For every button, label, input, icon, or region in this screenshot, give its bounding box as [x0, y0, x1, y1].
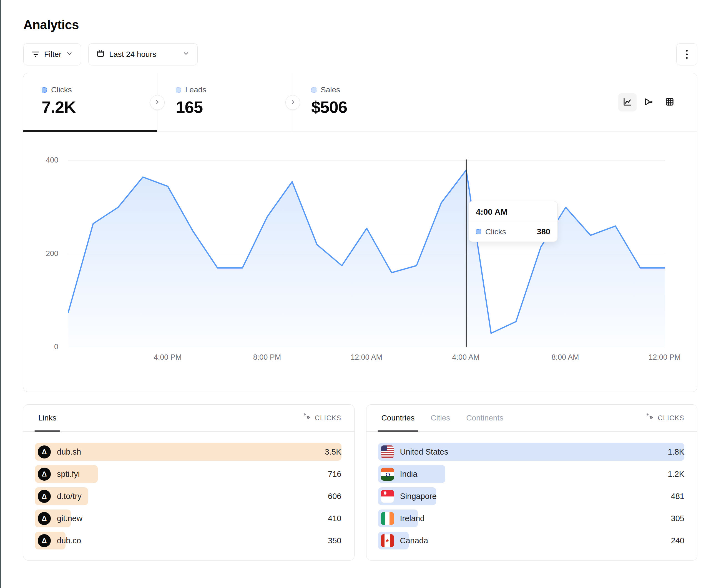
dub-logo-icon [38, 490, 51, 503]
country-row[interactable]: India 1.2K [378, 465, 685, 483]
analytics-chart-card: Clicks 7.2K Leads 165 Sales $506 [23, 73, 697, 392]
tab-continents[interactable]: Continents [462, 405, 507, 431]
dub-logo-icon [38, 534, 51, 547]
filter-button-label: Filter [44, 50, 61, 59]
page-title: Analytics [23, 17, 711, 32]
dub-logo-icon [38, 446, 51, 458]
links-panel-header: Links CLICKS [23, 405, 354, 432]
funnel-view-button[interactable] [639, 93, 658, 112]
window-left-edge [0, 0, 1, 588]
tab-links[interactable]: Links [35, 405, 60, 431]
link-clicks-value: 716 [328, 470, 341, 479]
sales-legend-square-icon [311, 87, 317, 93]
link-label: dub.co [57, 536, 81, 545]
country-clicks-value: 1.8K [668, 447, 684, 456]
country-clicks-value: 240 [671, 536, 684, 545]
country-clicks-value: 305 [671, 514, 684, 523]
countries-tab-label: Countries [382, 413, 415, 423]
countries-metric-label: CLICKS [658, 414, 684, 422]
link-row[interactable]: dub.sh 3.5K [35, 443, 342, 461]
country-row[interactable]: United States 1.8K [378, 443, 685, 461]
leads-legend-square-icon [176, 87, 181, 93]
y-axis-tick: 400 [46, 156, 58, 164]
countries-panel-header: Countries Cities Continents CLICKS [366, 405, 697, 432]
link-clicks-value: 410 [328, 514, 341, 523]
chart-view-switcher [618, 93, 697, 112]
x-axis-tick: 4:00 AM [452, 353, 479, 362]
sales-tab-label: Sales [321, 86, 340, 94]
clicks-tab-label: Clicks [51, 86, 72, 94]
x-axis-tick: 12:00 PM [649, 353, 681, 362]
tab-leads[interactable]: Leads 165 [157, 73, 293, 131]
link-label: dub.sh [57, 447, 81, 456]
link-label: git.new [57, 514, 83, 523]
date-range-label: Last 24 hours [109, 50, 156, 59]
line-chart-view-button[interactable] [618, 93, 637, 112]
links-panel: Links CLICKS dub.sh 3.5K [23, 404, 354, 561]
tooltip-series-label: Clicks [485, 227, 506, 236]
india-flag-icon [381, 468, 394, 481]
chevron-down-icon [66, 50, 73, 59]
x-axis-tick: 4:00 PM [154, 353, 182, 362]
cities-tab-label: Cities [431, 413, 450, 423]
tab-countries[interactable]: Countries [378, 405, 419, 431]
tooltip-time: 4:00 AM [469, 201, 558, 222]
link-clicks-value: 350 [328, 536, 341, 545]
countries-rows: United States 1.8K India 1.2K Singapore … [366, 432, 697, 549]
link-row[interactable]: d.to/try 606 [35, 487, 342, 505]
link-row[interactable]: dub.co 350 [35, 532, 342, 549]
ireland-flag-icon [381, 512, 394, 525]
country-label: Ireland [400, 514, 425, 523]
breakdown-panels: Links CLICKS dub.sh 3.5K [23, 404, 697, 561]
cursor-click-icon [646, 413, 654, 423]
links-metric[interactable]: CLICKS [303, 413, 342, 423]
table-view-button[interactable] [661, 93, 679, 112]
calendar-icon [96, 49, 105, 60]
tab-cities[interactable]: Cities [427, 405, 454, 431]
clicks-chart[interactable]: 400 200 0 4:00 PM 8:00 PM 12:00 AM 4:00 … [68, 147, 665, 369]
leads-value: 165 [176, 98, 293, 117]
links-metric-label: CLICKS [315, 414, 342, 422]
cursor-click-icon [303, 413, 311, 423]
tooltip-value: 380 [537, 227, 550, 236]
links-tab-label: Links [38, 413, 56, 423]
country-label: Singapore [400, 492, 437, 501]
leads-tab-label: Leads [185, 86, 206, 94]
country-row[interactable]: Singapore 481 [378, 487, 685, 505]
table-grid-icon [665, 97, 675, 108]
links-rows: dub.sh 3.5K spti.fyi 716 d.to/try 606 [23, 432, 354, 549]
sales-value: $506 [311, 98, 428, 117]
tab-sales[interactable]: Sales $506 [293, 73, 428, 131]
filter-button[interactable]: Filter [23, 43, 81, 65]
date-range-button[interactable]: Last 24 hours [88, 43, 198, 65]
chevron-down-icon [182, 50, 190, 59]
kebab-menu-icon [686, 50, 688, 59]
clicks-value: 7.2K [42, 98, 157, 117]
expand-leads-sales-button[interactable] [285, 95, 300, 110]
tab-clicks[interactable]: Clicks 7.2K [23, 73, 157, 131]
countries-metric[interactable]: CLICKS [646, 413, 684, 423]
continents-tab-label: Continents [466, 413, 503, 423]
x-axis-tick: 8:00 AM [552, 353, 579, 362]
y-axis-tick: 200 [46, 249, 58, 258]
chevron-right-icon [154, 99, 161, 106]
link-row[interactable]: spti.fyi 716 [35, 465, 342, 483]
tooltip-legend-square-icon [476, 229, 481, 234]
link-label: spti.fyi [57, 470, 80, 479]
link-row[interactable]: git.new 410 [35, 510, 342, 527]
toolbar: Filter Last 24 hours [23, 43, 697, 65]
chart-svg [68, 147, 665, 347]
countries-panel: Countries Cities Continents CLICKS Unite… [366, 404, 698, 561]
chart-tooltip: 4:00 AM Clicks 380 [468, 201, 558, 242]
expand-clicks-leads-button[interactable] [150, 95, 165, 110]
x-axis-tick: 12:00 AM [351, 353, 382, 362]
line-chart-icon [622, 97, 632, 108]
country-clicks-value: 481 [671, 492, 684, 501]
country-row[interactable]: Canada 240 [378, 532, 685, 549]
us-flag-icon [381, 446, 394, 458]
kebab-menu-button[interactable] [676, 43, 697, 65]
country-clicks-value: 1.2K [668, 470, 684, 479]
country-row[interactable]: Ireland 305 [378, 510, 685, 527]
canada-flag-icon [381, 534, 394, 547]
dub-logo-icon [38, 512, 51, 525]
